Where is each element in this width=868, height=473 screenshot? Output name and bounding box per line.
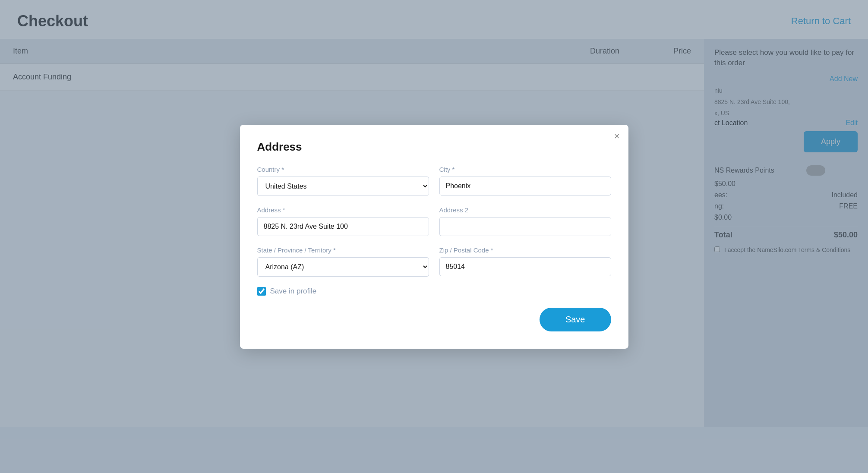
address2-label: Address 2 <box>439 206 611 214</box>
city-group: City * <box>439 166 611 196</box>
address-modal: × Address Country * United States Canada… <box>240 125 628 349</box>
address1-group: Address * <box>257 206 429 236</box>
address2-input[interactable] <box>439 217 611 236</box>
state-label: State / Province / Territory * <box>257 246 429 254</box>
modal-overlay: × Address Country * United States Canada… <box>0 0 868 473</box>
form-row-address: Address * Address 2 <box>257 206 611 236</box>
city-label: City * <box>439 166 611 173</box>
form-row-state-zip: State / Province / Territory * Alabama (… <box>257 246 611 277</box>
address1-label: Address * <box>257 206 429 214</box>
country-select[interactable]: United States Canada United Kingdom Aust… <box>257 177 429 196</box>
state-group: State / Province / Territory * Alabama (… <box>257 246 429 277</box>
save-in-profile-label: Save in profile <box>270 287 317 296</box>
save-in-profile-row: Save in profile <box>257 287 611 296</box>
state-select[interactable]: Alabama (AL) Alaska (AK) Arizona (AZ) Ar… <box>257 257 429 277</box>
country-label: Country * <box>257 166 429 173</box>
address2-group: Address 2 <box>439 206 611 236</box>
zip-label: Zip / Postal Code * <box>439 246 611 254</box>
save-button[interactable]: Save <box>540 308 611 331</box>
page-background: Checkout Return to Cart Item Duration Pr… <box>0 0 868 473</box>
modal-close-button[interactable]: × <box>614 132 620 141</box>
zip-input[interactable] <box>439 257 611 276</box>
modal-title: Address <box>257 140 611 154</box>
form-row-country-city: Country * United States Canada United Ki… <box>257 166 611 196</box>
save-in-profile-checkbox[interactable] <box>257 287 266 296</box>
city-input[interactable] <box>439 177 611 196</box>
country-group: Country * United States Canada United Ki… <box>257 166 429 196</box>
zip-group: Zip / Postal Code * <box>439 246 611 277</box>
address1-input[interactable] <box>257 217 429 236</box>
modal-footer: Save <box>257 308 611 331</box>
